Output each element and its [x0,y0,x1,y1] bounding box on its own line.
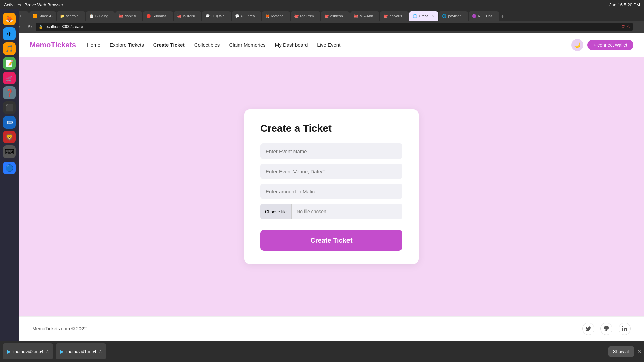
browser-chrome: ← → ↻ 🔒 localhost:3000/create 🛡 ⚠ ⋮ [0,21,644,33]
tab-16[interactable]: 🟣 NFT Das... [469,11,499,21]
file-input-wrapper: Choose file No file chosen [260,204,402,219]
amount-group [260,184,402,199]
show-all-btn[interactable]: Show all [608,346,634,357]
create-ticket-card: Create a Ticket Choose file No file chos… [244,109,419,264]
download-label-0: memovid2.mp4 [13,349,43,354]
dock-notes[interactable]: 📝 [3,57,16,70]
tab-2[interactable]: 📁 scaffold... [57,11,85,21]
venue-input[interactable] [260,164,402,179]
dock-telegram[interactable]: ✈ [3,27,16,40]
card-title: Create a Ticket [260,123,402,134]
tab-1[interactable]: 🟧 Stack -C [29,11,56,21]
svg-text:⌨: ⌨ [7,120,13,125]
nav-claim-memories[interactable]: Claim Memories [229,42,265,48]
browser-label: Brave Web Browser [24,2,63,7]
dock-shop[interactable]: 🛒 [3,72,16,84]
activities-label[interactable]: Activities [4,2,21,7]
url-display: localhost:3000/create [45,24,83,29]
choose-file-btn[interactable]: Choose file [260,204,292,219]
dock-music[interactable]: 🎵 [3,42,16,55]
event-name-input[interactable] [260,143,402,159]
file-status-label: No file chosen [292,209,331,214]
dock-brave[interactable]: 🦁 [3,131,16,143]
datetime: Jan 16 5:20 PM [609,2,640,7]
address-bar[interactable]: 🔒 localhost:3000/create 🛡 ⚠ [36,23,633,31]
tab-14[interactable]: 🌐 Creat... ✕ [409,11,438,21]
event-name-group [260,143,402,159]
connect-wallet-btn[interactable]: + connect wallet [587,40,633,50]
new-tab-btn[interactable]: + [501,14,505,21]
twitter-icon[interactable] [582,323,594,335]
nav-right: 🌙 + connect wallet [571,39,633,51]
nav-live-event[interactable]: Live Event [317,42,340,48]
os-bar: Activities Brave Web Browser Jan 16 5:20… [0,0,644,9]
tab-8[interactable]: 💬 (3 unrea... [232,11,261,21]
bottom-bar: ▶ memovid2.mp4 ∧ ▶ memovid1.mp4 ∧ Show a… [0,341,644,362]
tab-bar: 🛡 12:00 P... 🟧 Stack -C 📁 scaffold... 📋 … [0,9,644,21]
svg-point-2 [622,326,623,327]
nav-dashboard[interactable]: My Dashboard [275,42,308,48]
tab-13[interactable]: 🐙 holyaus... [380,11,409,21]
footer-icons [582,323,631,335]
nav-home[interactable]: Home [87,42,100,48]
app-area: MemoTickets Home Explore Tickets Create … [19,33,644,341]
download-chevron-1[interactable]: ∧ [99,349,102,354]
nav-logo[interactable]: MemoTickets [30,41,76,49]
security-icon: 🛡 ⚠ [621,24,630,29]
dock-firefox[interactable]: 🦊 [3,13,16,25]
theme-toggle-btn[interactable]: 🌙 [571,39,583,51]
github-icon[interactable] [600,323,612,335]
dock-vscode[interactable]: ⌨ [3,116,16,129]
nav-create-ticket[interactable]: Create Ticket [153,42,185,48]
tab-7[interactable]: 💬 (10) Wh... [202,11,231,21]
nav-explore[interactable]: Explore Tickets [110,42,144,48]
os-dock: 🦊 ✈ 🎵 📝 🛒 ❓ ⬛ ⌨ 🦁 ⌨ 🔵 [0,9,19,341]
tab-9[interactable]: 🦊 Metapa... [262,11,290,21]
tab-12[interactable]: 🐙 MR-Abb... [350,11,380,21]
main-content: Create a Ticket Choose file No file chos… [19,57,644,316]
tab-15[interactable]: 🌐 paymen... [439,11,468,21]
file-group: Choose file No file chosen [260,204,402,219]
download-chevron-0[interactable]: ∧ [46,349,49,354]
footer: MemoTickets.com © 2022 [19,316,644,341]
tab-5[interactable]: 🔴 Submiss... [143,11,173,21]
linkedin-icon[interactable] [619,323,631,335]
nav-links: Home Explore Tickets Create Ticket Colle… [87,42,571,48]
dock-files[interactable]: ⬛ [3,101,16,114]
venue-group [260,164,402,179]
dock-help[interactable]: ❓ [3,86,16,99]
download-icon-0: ▶ [7,348,11,355]
amount-input[interactable] [260,184,402,199]
connect-wallet-label: + connect wallet [593,42,627,48]
download-label-1: memovid1.mp4 [66,349,96,354]
navbar: MemoTickets Home Explore Tickets Create … [19,33,644,57]
download-item-0: ▶ memovid2.mp4 ∧ [3,343,53,359]
download-item-1: ▶ memovid1.mp4 ∧ [56,343,106,359]
footer-copyright: MemoTickets.com © 2022 [32,326,87,331]
tab-3[interactable]: 📋 Building... [86,11,115,21]
tab-11[interactable]: 🐙 ashlesh... [321,11,350,21]
create-ticket-btn[interactable]: Create Ticket [260,230,402,251]
tab-10[interactable]: 🐙 realPrim... [291,11,320,21]
tab-6[interactable]: 🐙 laurels/... [174,11,202,21]
dock-vscode2[interactable]: 🔵 [3,162,16,174]
dock-terminal[interactable]: ⌨ [3,145,16,158]
nav-collectibles[interactable]: Collectibles [194,42,220,48]
download-icon-1: ▶ [60,348,64,355]
tab-4[interactable]: 🐙 dabit3/... [115,11,142,21]
reload-btn[interactable]: ↻ [25,23,34,31]
extensions-btn[interactable]: ⋮ [637,24,641,29]
close-bar-btn[interactable]: ✕ [637,348,641,355]
